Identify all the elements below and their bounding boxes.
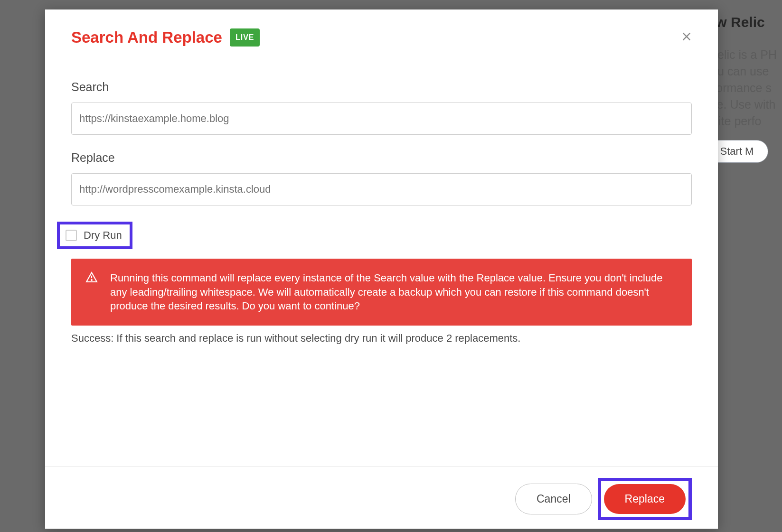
replace-input[interactable] [71, 173, 692, 205]
modal-body: Search Replace Dry Run Running this comm… [45, 61, 718, 466]
dry-run-checkbox-row[interactable]: Dry Run [57, 222, 132, 249]
cancel-button[interactable]: Cancel [515, 484, 592, 514]
warning-alert: Running this command will replace every … [71, 259, 692, 326]
svg-point-3 [91, 280, 92, 280]
dry-run-label: Dry Run [84, 229, 122, 242]
search-label: Search [71, 80, 692, 94]
modal-header: Search And Replace LIVE [45, 9, 718, 61]
modal-footer: Cancel Replace [45, 466, 718, 529]
search-replace-modal: Search And Replace LIVE Search Replace D… [45, 9, 718, 529]
replace-button[interactable]: Replace [604, 484, 686, 514]
success-message: Success: If this search and replace is r… [71, 332, 692, 345]
warning-text: Running this command will replace every … [110, 271, 679, 313]
warning-icon [85, 271, 98, 285]
replace-button-highlight: Replace [598, 478, 692, 520]
live-badge: LIVE [230, 28, 260, 47]
dry-run-checkbox[interactable] [66, 230, 77, 241]
replace-label: Replace [71, 151, 692, 165]
search-input[interactable] [71, 103, 692, 135]
close-icon[interactable] [681, 31, 692, 44]
modal-title: Search And Replace [71, 28, 222, 47]
